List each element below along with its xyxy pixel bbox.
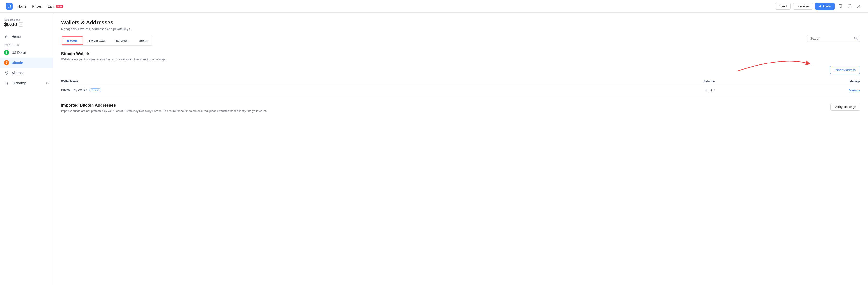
imported-addresses-section: Imported Bitcoin Addresses Imported fund…	[61, 103, 860, 117]
sidebar-item-bitcoin[interactable]: ₿ Bitcoin	[0, 58, 53, 68]
import-button-area: Import Address	[61, 66, 860, 74]
svg-point-3	[6, 72, 7, 73]
sidebar-btc-label: Bitcoin	[11, 61, 23, 65]
plus-icon: +	[819, 4, 821, 8]
balance-label: Total Balance	[4, 19, 49, 21]
logo[interactable]	[6, 3, 12, 10]
mobile-icon[interactable]	[837, 3, 844, 10]
nav-prices[interactable]: Prices	[32, 4, 42, 8]
verify-message-button[interactable]: Verify Message	[831, 103, 860, 111]
topnav-links: Home Prices Earn NEW	[18, 4, 775, 8]
section-title: Bitcoin Wallets	[61, 51, 860, 56]
balance-amount: $0.00 ⌄	[4, 21, 49, 28]
receive-button[interactable]: Receive	[793, 3, 813, 10]
usd-icon: $	[4, 50, 9, 55]
imported-section-subtitle: Imported funds are not protected by your…	[61, 109, 267, 113]
home-icon	[4, 34, 9, 39]
table-row: Private Key Wallet Default 0 BTC Manage	[61, 85, 860, 95]
section-subtitle: Wallets allow you to organize your funds…	[61, 58, 860, 61]
topnav-actions: Send Receive + Trade	[775, 3, 862, 10]
import-address-button[interactable]: Import Address	[830, 66, 860, 74]
page-title: Wallets & Addresses	[61, 19, 860, 26]
svg-point-4	[855, 36, 857, 39]
refresh-icon[interactable]	[846, 3, 853, 10]
topnav: Home Prices Earn NEW Send Receive + Trad…	[0, 0, 868, 12]
sidebar-exchange-label: Exchange	[11, 81, 27, 85]
wallet-tabs: Bitcoin Bitcoin Cash Ethereum Stellar	[61, 36, 153, 46]
tab-bitcoin[interactable]: Bitcoin	[62, 36, 83, 45]
tab-stellar[interactable]: Stellar	[134, 37, 153, 44]
imported-section-title: Imported Bitcoin Addresses	[61, 103, 267, 108]
wallet-table: Wallet Name Balance Manage Private Key W…	[61, 78, 860, 95]
tab-bitcoin-cash[interactable]: Bitcoin Cash	[84, 37, 111, 44]
main-content: Wallets & Addresses Manage your wallets,…	[53, 12, 868, 285]
sidebar-item-exchange[interactable]: Exchange	[0, 78, 53, 88]
nav-home[interactable]: Home	[18, 4, 26, 8]
sidebar-home-label: Home	[11, 35, 21, 38]
sidebar: Total Balance $0.00 ⌄ Home Portfolio $ U…	[0, 12, 53, 285]
svg-point-2	[858, 5, 860, 6]
search-icon[interactable]	[854, 36, 858, 41]
annotation-arrow	[736, 54, 813, 73]
sidebar-item-airdrops[interactable]: Airdrops	[0, 68, 53, 78]
col-balance: Balance	[572, 78, 715, 85]
wallet-manage-cell: Manage	[715, 85, 860, 95]
btc-icon: ₿	[4, 60, 9, 65]
wallet-name: Private Key Wallet	[61, 88, 87, 92]
external-link-icon	[46, 81, 49, 85]
airdrop-icon	[4, 70, 9, 76]
imported-section-text: Imported Bitcoin Addresses Imported fund…	[61, 103, 267, 117]
exchange-icon	[4, 81, 9, 86]
default-badge: Default	[89, 88, 101, 92]
page-subtitle: Manage your wallets, addresses and priva…	[61, 27, 860, 31]
wallet-balance-cell: 0 BTC	[572, 85, 715, 95]
manage-link[interactable]: Manage	[849, 88, 860, 92]
portfolio-section-label: Portfolio	[0, 42, 53, 48]
nav-earn[interactable]: Earn NEW	[48, 4, 63, 8]
svg-rect-0	[839, 4, 842, 8]
sidebar-usd-label: US Dollar	[11, 51, 26, 55]
sidebar-airdrops-label: Airdrops	[11, 71, 24, 75]
svg-point-1	[840, 7, 841, 7]
col-wallet-name: Wallet Name	[61, 78, 572, 85]
wallet-name-cell: Private Key Wallet Default	[61, 85, 572, 95]
imported-section-header: Imported Bitcoin Addresses Imported fund…	[61, 103, 860, 117]
trade-button[interactable]: + Trade	[815, 3, 835, 10]
tab-ethereum[interactable]: Ethereum	[111, 37, 134, 44]
sidebar-item-home[interactable]: Home	[0, 31, 53, 42]
search-area	[807, 35, 860, 42]
search-input[interactable]	[807, 35, 860, 42]
send-button[interactable]: Send	[775, 3, 791, 10]
sidebar-item-usd[interactable]: $ US Dollar	[0, 48, 53, 58]
bitcoin-wallets-section: Bitcoin Wallets Wallets allow you to org…	[61, 51, 860, 95]
earn-new-badge: NEW	[56, 5, 63, 8]
account-icon[interactable]	[856, 3, 862, 10]
balance-chevron[interactable]: ⌄	[19, 22, 23, 27]
sidebar-balance: Total Balance $0.00 ⌄	[0, 17, 53, 31]
layout: Total Balance $0.00 ⌄ Home Portfolio $ U…	[0, 12, 868, 285]
col-manage: Manage	[715, 78, 860, 85]
